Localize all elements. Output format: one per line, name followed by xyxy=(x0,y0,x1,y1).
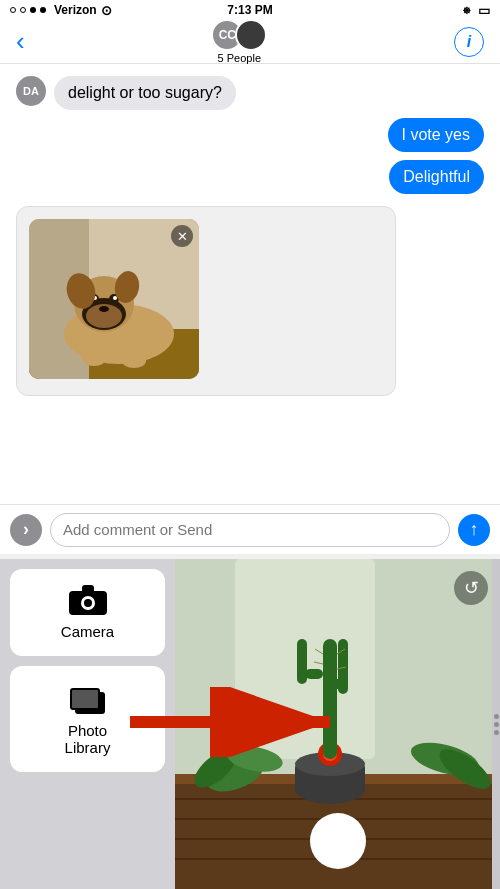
avatar-group: CC xyxy=(211,19,267,51)
send-icon: ↑ xyxy=(470,519,479,540)
info-icon: i xyxy=(467,33,471,51)
outgoing-message-1: I vote yes xyxy=(16,118,484,152)
svg-rect-30 xyxy=(305,669,323,679)
camera-lens-inner xyxy=(84,599,92,607)
outgoing-bubble-1: I vote yes xyxy=(388,118,484,152)
camera-shutter-button[interactable] xyxy=(310,813,366,869)
wifi-icon: ⊙ xyxy=(101,3,112,18)
carrier-label: Verizon xyxy=(54,3,97,17)
back-button[interactable]: ‹ xyxy=(16,26,25,57)
rotate-icon: ↺ xyxy=(464,577,479,599)
edge-dot-1 xyxy=(494,714,499,719)
avatar-dark xyxy=(235,19,267,51)
outgoing-message-2: Delightful xyxy=(16,160,484,194)
signal-dot-3 xyxy=(30,7,36,13)
incoming-bubble: delight or too sugary? xyxy=(54,76,236,110)
send-button[interactable]: ↑ xyxy=(458,514,490,546)
bottom-panel: Camera Photo Library xyxy=(0,559,500,889)
nav-bar: ‹ CC 5 People i xyxy=(0,20,500,64)
edge-dot-2 xyxy=(494,722,499,727)
status-time: 7:13 PM xyxy=(227,3,272,17)
bluetooth-icon: ⎈ xyxy=(463,3,470,17)
incoming-avatar: DA xyxy=(16,76,46,106)
status-left: Verizon ⊙ xyxy=(10,3,112,18)
svg-point-15 xyxy=(122,354,146,368)
nav-center: CC 5 People xyxy=(211,19,267,64)
signal-dot-1 xyxy=(10,7,16,13)
group-label: 5 People xyxy=(218,52,261,64)
input-bar: › ↑ xyxy=(0,504,500,554)
photo-library-label: Photo Library xyxy=(65,722,111,756)
svg-point-10 xyxy=(113,296,117,300)
status-right: ⎈ ▭ xyxy=(463,3,490,18)
edge-dot-3 xyxy=(494,730,499,735)
signal-dot-4 xyxy=(40,7,46,13)
svg-point-14 xyxy=(82,352,106,366)
svg-rect-31 xyxy=(297,639,307,684)
chat-area: DA delight or too sugary? I vote yes Del… xyxy=(0,64,500,504)
photo-message: ✕ xyxy=(16,206,396,396)
status-bar: Verizon ⊙ 7:13 PM ⎈ ▭ xyxy=(0,0,500,20)
svg-rect-33 xyxy=(338,639,348,694)
svg-rect-29 xyxy=(323,639,337,759)
battery-icon: ▭ xyxy=(478,3,490,18)
camera-button[interactable]: Camera xyxy=(10,569,165,656)
signal-dot-2 xyxy=(20,7,26,13)
expand-button[interactable]: › xyxy=(10,514,42,546)
photo-inner: ✕ xyxy=(29,219,199,379)
app-buttons-panel: Camera Photo Library xyxy=(0,559,175,889)
right-edge-controls xyxy=(492,559,500,889)
camera-icon xyxy=(69,585,107,615)
incoming-message: DA delight or too sugary? xyxy=(16,76,484,110)
info-button[interactable]: i xyxy=(454,27,484,57)
camera-label: Camera xyxy=(61,623,114,640)
close-icon: ✕ xyxy=(177,229,188,244)
photo-lib-front xyxy=(70,688,100,710)
camera-rotate-button[interactable]: ↺ xyxy=(454,571,488,605)
camera-body xyxy=(69,591,107,615)
expand-icon: › xyxy=(23,519,29,540)
svg-point-11 xyxy=(99,306,109,312)
photo-close-button[interactable]: ✕ xyxy=(171,225,193,247)
message-input[interactable] xyxy=(50,513,450,547)
photo-library-icon xyxy=(70,682,106,714)
photo-library-button[interactable]: Photo Library xyxy=(10,666,165,772)
outgoing-bubble-2: Delightful xyxy=(389,160,484,194)
camera-view: ↺ xyxy=(175,559,500,889)
camera-lens xyxy=(81,596,95,610)
